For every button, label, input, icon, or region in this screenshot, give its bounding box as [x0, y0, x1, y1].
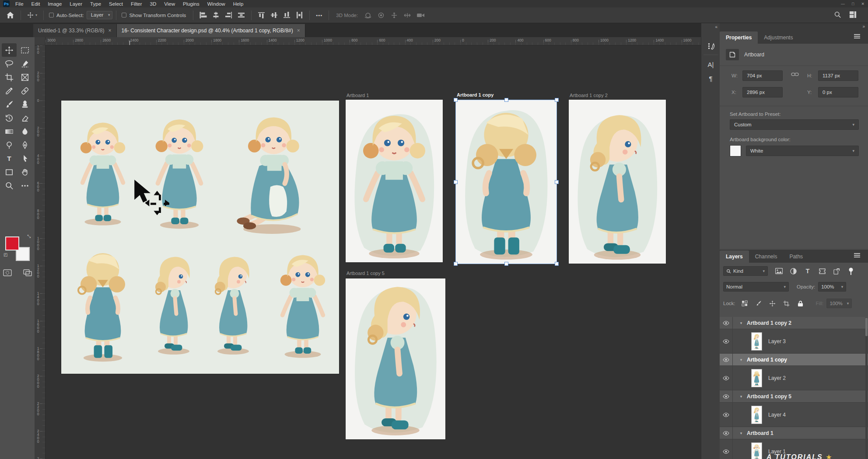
panel-tab[interactable]: Layers — [720, 250, 749, 263]
layer-row[interactable]: Layer 2 — [720, 366, 868, 390]
foreground-color-swatch[interactable] — [5, 236, 19, 250]
layer-name[interactable]: Artboard 1 copy 2 — [747, 320, 791, 326]
hand-tool[interactable] — [18, 165, 32, 179]
lasso-tool[interactable] — [2, 57, 17, 70]
layer-name[interactable]: Artboard 1 copy — [747, 357, 787, 363]
layers-menu-icon[interactable] — [854, 253, 860, 259]
crop-tool[interactable] — [2, 70, 17, 84]
lock-transparent-pixels-icon[interactable] — [739, 299, 750, 308]
group-chevron-icon[interactable]: ▾ — [736, 431, 746, 435]
menu-item[interactable]: Window — [203, 1, 229, 7]
panel-tab[interactable]: Paths — [783, 250, 809, 263]
menu-item[interactable]: Filter — [127, 1, 146, 7]
layer-row[interactable]: Layer 3 — [720, 329, 868, 354]
align-top-edges-icon[interactable] — [255, 12, 268, 18]
swap-colors-icon[interactable]: ⤡ — [27, 234, 31, 239]
menu-item[interactable]: Select — [105, 1, 127, 7]
zoom-tool[interactable] — [2, 179, 17, 192]
lock-image-pixels-icon[interactable] — [753, 299, 764, 308]
opacity-value[interactable]: 100% ▾ — [818, 282, 846, 292]
menu-item[interactable]: File — [11, 1, 28, 7]
eyedropper-tool[interactable] — [2, 84, 17, 97]
layer-filter-kind-select[interactable]: Kind ▾ — [723, 266, 768, 276]
panel-tab[interactable]: Channels — [749, 250, 784, 263]
artboard-1-copy-5[interactable] — [346, 278, 445, 439]
align-left-edges-icon[interactable] — [197, 12, 210, 18]
group-chevron-icon[interactable]: ▾ — [736, 321, 746, 325]
move-tool[interactable] — [2, 43, 17, 57]
menu-item[interactable]: Plugins — [179, 1, 203, 7]
menu-item[interactable]: Edit — [28, 1, 44, 7]
gradient-tool[interactable] — [2, 125, 17, 138]
layer-name[interactable]: Layer 3 — [768, 338, 786, 344]
rectangle-tool[interactable] — [2, 165, 17, 179]
auto-select-target-select[interactable]: Layer▾ — [87, 11, 113, 19]
artboard-label[interactable]: Artboard 1 — [346, 93, 369, 98]
lock-position-icon[interactable] — [767, 299, 778, 308]
artboard-bg-swatch[interactable] — [730, 145, 741, 156]
workspace-switcher-icon[interactable] — [849, 11, 857, 19]
close-tab-icon[interactable]: × — [108, 28, 112, 34]
auto-select-checkbox[interactable] — [49, 13, 54, 17]
filter-smart-objects-icon[interactable] — [831, 266, 842, 276]
distribute-horizontal-icon[interactable] — [235, 12, 248, 18]
layer-thumbnail[interactable] — [751, 442, 762, 459]
group-chevron-icon[interactable]: ▾ — [736, 394, 746, 399]
align-horizontal-centers-icon[interactable] — [210, 12, 222, 18]
more-align-options-icon[interactable]: ••• — [313, 13, 325, 18]
document-tab[interactable]: Untitled-1 @ 33.3% (RGB/8) × — [33, 24, 117, 37]
character-panel-icon[interactable]: A| — [704, 58, 717, 71]
artboard-1-copy[interactable] — [456, 100, 556, 264]
menu-item[interactable]: 3D — [146, 1, 161, 7]
visibility-eye-icon[interactable] — [720, 354, 733, 365]
quick-mask-icon[interactable] — [3, 269, 12, 278]
visibility-eye-icon[interactable] — [720, 366, 733, 390]
visibility-eye-icon[interactable] — [720, 329, 733, 353]
align-vertical-centers-icon[interactable] — [268, 12, 280, 18]
paragraph-panel-icon[interactable]: ¶ — [704, 72, 717, 85]
clone-stamp-tool[interactable] — [18, 97, 32, 111]
layer-row[interactable]: ▾ Artboard 1 copy 2 — [720, 317, 868, 329]
dodge-tool[interactable] — [2, 138, 17, 152]
brushes-panel-icon[interactable] — [704, 40, 717, 52]
eraser-tool[interactable] — [18, 111, 32, 125]
filter-pixel-layers-icon[interactable] — [773, 266, 784, 276]
close-window-icon[interactable]: ✕ — [861, 2, 864, 6]
layer-name[interactable]: Layer 4 — [768, 412, 786, 418]
rectangular-marquee-tool[interactable] — [18, 43, 32, 57]
layer-row[interactable]: ▾ Artboard 1 copy — [720, 354, 868, 366]
layer-name[interactable]: Layer 2 — [768, 375, 786, 381]
background-color-dropdown[interactable]: White ▾ — [746, 146, 859, 156]
filter-adjustment-layers-icon[interactable] — [788, 266, 799, 276]
artboard-1-copy-2[interactable] — [569, 100, 666, 264]
spot-healing-brush-tool[interactable] — [18, 84, 32, 97]
canvas-area[interactable]: 3000280026002400220020001800160014001200… — [35, 37, 701, 459]
layer-row[interactable]: ▾ Artboard 1 — [720, 427, 868, 439]
filter-type-layers-icon[interactable]: T — [802, 266, 813, 276]
panel-tab[interactable]: Adjustments — [758, 31, 799, 44]
group-chevron-icon[interactable]: ▾ — [736, 358, 746, 362]
panel-tab[interactable]: Properties — [720, 31, 758, 44]
frame-tool[interactable] — [18, 70, 32, 84]
visibility-eye-icon[interactable] — [720, 427, 733, 439]
pen-tool[interactable] — [18, 138, 32, 152]
layer-thumbnail[interactable] — [751, 332, 762, 351]
search-icon[interactable] — [834, 11, 841, 19]
move-tool-preset-icon[interactable]: ▾ — [24, 12, 40, 18]
layer-filtering-toggle-icon[interactable] — [845, 266, 857, 276]
object-selection-tool[interactable] — [18, 57, 32, 70]
menu-item[interactable]: Layer — [66, 1, 86, 7]
blur-tool[interactable] — [18, 125, 32, 138]
home-icon[interactable] — [4, 11, 17, 19]
height-field[interactable]: 1137 px — [818, 70, 858, 81]
maximize-icon[interactable]: □ — [852, 2, 854, 6]
edit-toolbar-icon[interactable] — [18, 179, 32, 192]
prevent-autonest-icon[interactable] — [781, 299, 792, 308]
width-field[interactable]: 704 px — [742, 70, 783, 81]
layer-name[interactable]: Artboard 1 — [747, 430, 774, 436]
document-tab[interactable]: 16- Consistent Character design.psd @ 40… — [117, 24, 305, 37]
ruler-origin-box[interactable] — [35, 37, 46, 45]
menu-item[interactable]: Type — [86, 1, 105, 7]
show-transform-checkbox[interactable] — [122, 13, 126, 17]
align-bottom-edges-icon[interactable] — [280, 12, 293, 18]
